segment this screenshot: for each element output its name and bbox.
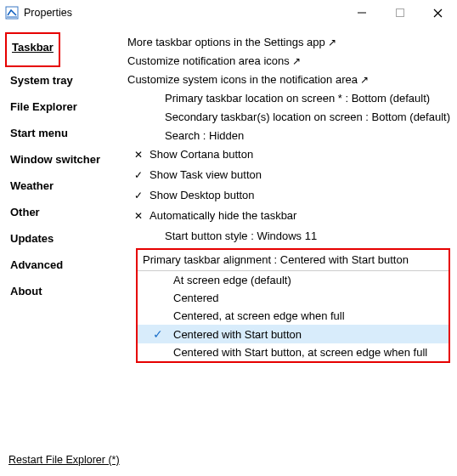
- option-primary-location[interactable]: Primary taskbar location on screen * : B…: [127, 90, 450, 109]
- active-tab-highlight: Taskbar: [5, 32, 60, 67]
- option-secondary-location[interactable]: Secondary taskbar(s) location on screen …: [127, 109, 450, 128]
- window-controls: [342, 0, 457, 26]
- check-icon: ✓: [127, 189, 150, 203]
- sidebar-item-taskbar[interactable]: Taskbar: [10, 36, 55, 59]
- option-search[interactable]: Search : Hidden: [127, 128, 450, 146]
- sidebar-item-file-explorer[interactable]: File Explorer: [8, 95, 124, 118]
- dropdown-option-edge[interactable]: At screen edge (default): [138, 271, 449, 289]
- check-icon: ✓: [127, 168, 150, 183]
- dropdown-header[interactable]: Primary taskbar alignment : Centered wit…: [138, 250, 449, 271]
- sidebar-item-start-menu[interactable]: Start menu: [8, 122, 124, 144]
- maximize-button[interactable]: [381, 0, 419, 26]
- alignment-dropdown: Primary taskbar alignment : Centered wit…: [136, 248, 450, 363]
- title-bar: Properties: [0, 0, 457, 26]
- restart-explorer-link[interactable]: Restart File Explorer (*): [8, 454, 120, 466]
- main-panel: More taskbar options in the Settings app…: [124, 29, 450, 445]
- sidebar-item-weather[interactable]: Weather: [8, 174, 124, 197]
- sidebar-item-window-switcher[interactable]: Window switcher: [8, 148, 124, 171]
- check-icon: ✓: [143, 327, 173, 341]
- cross-icon: ✕: [127, 209, 150, 224]
- option-autohide[interactable]: ✕ Automatically hide the taskbar: [127, 207, 450, 228]
- dropdown-option-centered-start-edge[interactable]: Centered with Start button, at screen ed…: [138, 343, 449, 361]
- sidebar-item-updates[interactable]: Updates: [8, 227, 124, 250]
- svg-rect-2: [396, 9, 403, 17]
- link-more-options[interactable]: More taskbar options in the Settings app: [127, 34, 450, 53]
- app-icon: [5, 6, 19, 20]
- dropdown-option-centered-start[interactable]: ✓ Centered with Start button: [138, 325, 449, 343]
- dropdown-option-centered[interactable]: Centered: [138, 289, 449, 307]
- window-title: Properties: [24, 7, 72, 19]
- sidebar-item-other[interactable]: Other: [8, 201, 124, 224]
- link-notification-icons[interactable]: Customize notification area icons: [127, 53, 450, 71]
- sidebar-item-about[interactable]: About: [8, 280, 124, 303]
- dropdown-option-centered-edge[interactable]: Centered, at screen edge when full: [138, 307, 449, 325]
- option-taskview[interactable]: ✓ Show Task view button: [127, 167, 450, 187]
- sidebar-item-advanced[interactable]: Advanced: [8, 253, 124, 276]
- option-cortana[interactable]: ✕ Show Cortana button: [127, 146, 450, 167]
- link-system-icons[interactable]: Customize system icons in the notificati…: [127, 71, 450, 90]
- content-area: Taskbar System tray File Explorer Start …: [0, 26, 457, 445]
- sidebar: Taskbar System tray File Explorer Start …: [8, 29, 124, 445]
- option-desktop[interactable]: ✓ Show Desktop button: [127, 187, 450, 207]
- sidebar-item-system-tray[interactable]: System tray: [8, 69, 124, 92]
- option-start-style[interactable]: Start button style : Windows 11: [127, 228, 450, 246]
- cross-icon: ✕: [127, 148, 150, 162]
- minimize-button[interactable]: [342, 0, 381, 26]
- close-button[interactable]: [419, 0, 457, 26]
